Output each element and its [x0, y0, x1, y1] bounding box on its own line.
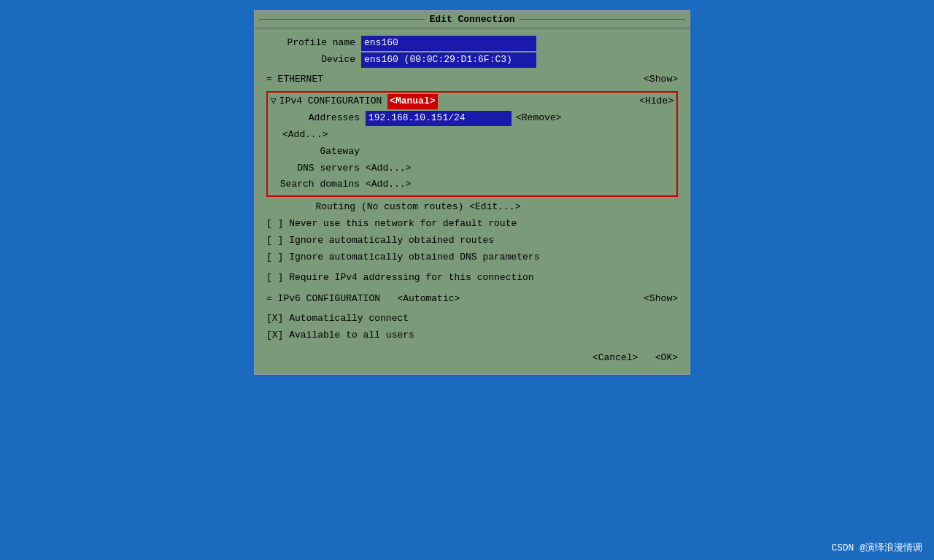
title-line-left [259, 19, 425, 20]
ipv4-mode-badge[interactable]: <Manual> [387, 94, 437, 109]
ipv4-header: ▽ IPv4 CONFIGURATION <Manual> <Hide> [271, 94, 674, 109]
dns-row: DNS servers <Add...> [271, 161, 674, 176]
routing-row: Routing (No custom routes) <Edit...> [266, 200, 678, 215]
ipv6-section-row: = IPv6 CONFIGURATION <Automatic> <Show> [266, 292, 678, 307]
require-ipv4-text[interactable]: [ ] Require IPv4 addressing for this con… [266, 272, 534, 283]
all-users-text[interactable]: [X] Available to all users [266, 330, 414, 341]
ignore-routes-text[interactable]: [ ] Ignore automatically obtained routes [266, 235, 494, 246]
search-add-btn[interactable]: <Add...> [366, 177, 411, 192]
ethernet-section-row: = ETHERNET <Show> [266, 72, 678, 88]
ignore-dns-text[interactable]: [ ] Ignore automatically obtained DNS pa… [266, 252, 539, 262]
auto-connect-text[interactable]: [X] Automatically connect [266, 313, 409, 324]
cancel-btn[interactable]: <Cancel> [593, 352, 638, 363]
require-ipv4-row[interactable]: [ ] Require IPv4 addressing for this con… [266, 271, 678, 286]
ethernet-show-btn[interactable]: <Show> [644, 72, 678, 88]
profile-name-row: Profile name ens160 [266, 36, 678, 51]
addresses-label: Addresses [271, 111, 366, 126]
search-domains-label: Search domains [271, 177, 366, 192]
ipv4-section: ▽ IPv4 CONFIGURATION <Manual> <Hide> Add… [266, 91, 678, 197]
title-line-right [520, 19, 685, 20]
add-address-row: <Add...> [271, 128, 674, 143]
ethernet-section-label: = ETHERNET [266, 72, 323, 88]
gateway-label: Gateway [271, 144, 366, 160]
search-domains-row: Search domains <Add...> [271, 177, 674, 192]
ipv4-content: Addresses 192.168.10.151/24 <Remove> <Ad… [271, 111, 674, 192]
routing-label: Routing [266, 200, 361, 215]
ipv6-section-label: = IPv6 CONFIGURATION <Automatic> [266, 292, 460, 307]
dialog-content: Profile name ens160 Device ens160 (00:0C… [255, 28, 690, 374]
bottom-buttons: <Cancel> <OK> [266, 351, 678, 366]
auto-connect-row[interactable]: [X] Automatically connect [266, 311, 678, 327]
ignore-dns-row[interactable]: [ ] Ignore automatically obtained DNS pa… [266, 250, 678, 265]
addresses-row: Addresses 192.168.10.151/24 <Remove> [271, 111, 674, 126]
device-value[interactable]: ens160 (00:0C:29:D1:6F:C3) [361, 52, 536, 68]
dialog-title-bar: Edit Connection [255, 11, 690, 28]
ok-btn[interactable]: <OK> [655, 352, 678, 363]
routing-value[interactable]: (No custom routes) <Edit...> [361, 200, 520, 215]
never-route-row[interactable]: [ ] Never use this network for default r… [266, 217, 678, 232]
addresses-value[interactable]: 192.168.10.151/24 [366, 111, 512, 126]
ipv4-toggle-icon: ▽ [271, 94, 277, 109]
device-row: Device ens160 (00:0C:29:D1:6F:C3) [266, 52, 678, 68]
ipv4-section-label: IPv4 CONFIGURATION [279, 94, 382, 109]
edit-connection-dialog: Edit Connection Profile name ens160 Devi… [254, 10, 690, 375]
ipv6-label-text: = IPv6 CONFIGURATION [266, 293, 380, 304]
gateway-row: Gateway [271, 144, 674, 160]
remove-btn[interactable]: <Remove> [516, 111, 561, 126]
never-route-text[interactable]: [ ] Never use this network for default r… [266, 218, 517, 229]
dns-add-btn[interactable]: <Add...> [366, 161, 411, 176]
add-address-btn[interactable]: <Add...> [282, 128, 328, 143]
ipv6-mode-text[interactable]: <Automatic> [397, 293, 460, 304]
watermark: CSDN @演绎浪漫情调 [831, 541, 922, 554]
ipv4-hide-btn[interactable]: <Hide> [639, 94, 674, 109]
all-users-row[interactable]: [X] Available to all users [266, 328, 678, 343]
ignore-routes-row[interactable]: [ ] Ignore automatically obtained routes [266, 233, 678, 249]
profile-name-value[interactable]: ens160 [361, 36, 536, 51]
dns-label: DNS servers [271, 161, 366, 176]
ipv6-show-btn[interactable]: <Show> [644, 292, 678, 307]
profile-name-label: Profile name [266, 36, 361, 51]
device-label: Device [266, 52, 361, 68]
dialog-title: Edit Connection [429, 14, 514, 25]
